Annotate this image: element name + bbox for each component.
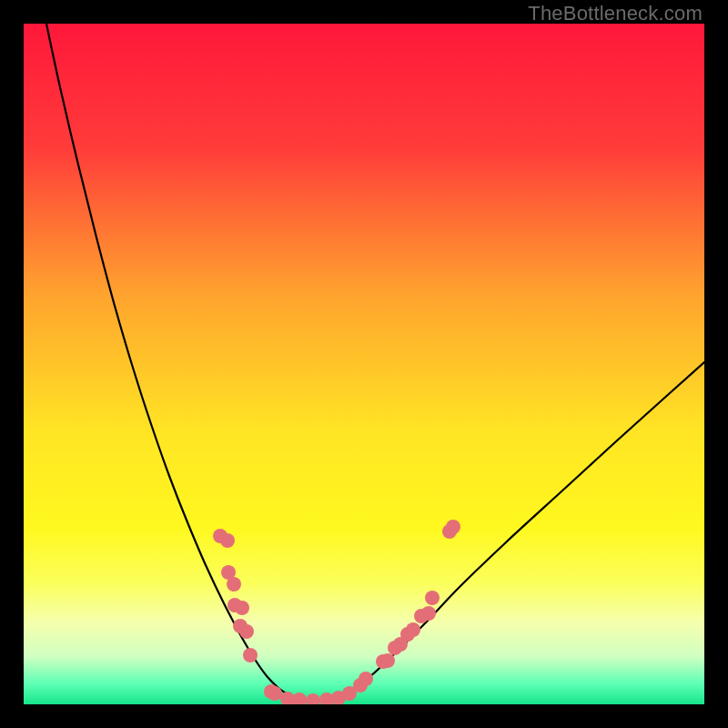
chart-area [24,24,704,704]
data-point-marker [306,693,320,704]
data-point-marker [243,648,258,662]
data-point-marker [446,520,460,534]
data-point-marker [268,686,282,701]
data-point-marker [227,577,241,592]
data-point-marker [220,533,235,548]
data-point-marker [359,672,373,686]
data-point-marker [421,606,436,621]
data-point-marker [380,653,395,668]
data-point-marker [406,622,420,637]
data-point-marker [239,624,254,639]
watermark-text: TheBottleneck.com [528,2,703,25]
data-point-marker [425,591,440,605]
bottleneck-curve [24,24,704,704]
data-point-marker [292,693,307,704]
data-point-marker [235,601,249,615]
